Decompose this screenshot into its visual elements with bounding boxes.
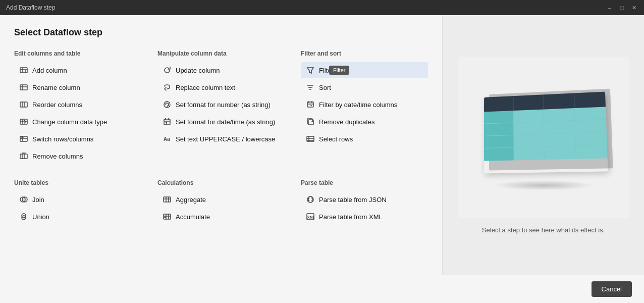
menu-item-sort[interactable]: Sort: [301, 79, 428, 95]
svg-marker-34: [310, 105, 312, 107]
menu-item-filter-datetime[interactable]: Filter by date/time columns: [301, 96, 428, 113]
minimize-button[interactable]: –: [606, 4, 614, 12]
cell: [544, 133, 575, 147]
svg-rect-7: [20, 102, 27, 107]
menu-item-accumulate[interactable]: Accumulate: [157, 209, 285, 225]
switch-icon: [19, 134, 28, 143]
svg-rect-47: [164, 197, 171, 202]
cell: [484, 135, 514, 148]
sections-row1: Edit columns and table Add column Rename…: [14, 50, 428, 165]
menu-item-aggregate[interactable]: Aggregate: [157, 191, 285, 208]
menu-item-filter[interactable]: Filter Filter: [301, 62, 428, 78]
header-cell-4: [574, 91, 605, 108]
menu-item-change-data-type[interactable]: Change column data type: [14, 114, 141, 130]
menu-item-add-column[interactable]: Add column: [14, 62, 141, 78]
svg-rect-0: [20, 68, 27, 73]
sort-label: Sort: [319, 84, 331, 91]
cell: [544, 108, 575, 122]
select-rows-icon: [306, 134, 315, 143]
section-title-parse: Parse table: [301, 179, 428, 186]
svg-marker-26: [307, 68, 313, 73]
join-label: Join: [32, 196, 44, 204]
cell: [513, 109, 544, 123]
title-bar: Add Dataflow step – □ ✕: [0, 0, 644, 15]
cancel-button[interactable]: Cancel: [592, 281, 632, 297]
replace-icon: [163, 83, 172, 92]
filter-datetime-label: Filter by date/time columns: [319, 101, 397, 109]
format-number-icon: [163, 100, 172, 109]
add-column-label: Add column: [32, 67, 67, 74]
change-data-type-label: Change column data type: [32, 118, 107, 126]
section-edit-columns: Edit columns and table Add column Rename…: [14, 50, 141, 165]
join-icon: [19, 195, 28, 204]
section-calculations: Calculations Aggregate Accumulate: [157, 179, 285, 226]
rename-icon: [19, 83, 28, 92]
table-illustration: [478, 87, 609, 188]
close-button[interactable]: ✕: [630, 4, 638, 12]
replace-text-label: Replace column text: [176, 84, 235, 91]
sort-icon: [306, 83, 315, 92]
svg-text:Aa: Aa: [164, 136, 170, 142]
reorder-icon: [19, 100, 28, 109]
cell: [575, 119, 607, 133]
menu-item-update-column[interactable]: Update column: [157, 62, 285, 78]
section-filter-sort: Filter and sort Filter Filter Sort: [301, 50, 428, 165]
menu-item-format-number[interactable]: Set format for number (as string): [157, 96, 285, 113]
table-front: [484, 91, 608, 173]
header-cell-3: [543, 93, 574, 109]
parse-xml-label: Parse table from XML: [319, 213, 383, 221]
page-title: Select Dataflow step: [14, 27, 428, 38]
cell: [484, 123, 514, 136]
menu-item-rename-column[interactable]: Rename column: [14, 79, 141, 95]
preview-area: [458, 57, 629, 218]
menu-item-remove-columns[interactable]: Remove columns: [14, 148, 141, 164]
remove-columns-label: Remove columns: [32, 153, 83, 160]
table-shadow: [493, 180, 594, 190]
menu-item-replace-text[interactable]: Replace column text: [157, 79, 285, 95]
preview-text: Select a step to see here what its effec…: [482, 226, 605, 234]
svg-rect-16: [20, 154, 27, 159]
change-type-icon: [19, 117, 28, 126]
menu-item-union[interactable]: Union: [14, 209, 141, 225]
svg-rect-4: [20, 85, 27, 90]
accumulate-icon: [163, 212, 172, 221]
menu-item-text-case[interactable]: Aa Set text UPPERCASE / lowercase: [157, 131, 285, 147]
update-icon: [163, 66, 172, 75]
maximize-button[interactable]: □: [618, 4, 626, 12]
format-date-label: Set format for date/time (as string): [176, 118, 275, 126]
left-panel: Select Dataflow step Edit columns and ta…: [0, 15, 442, 275]
format-date-icon: [163, 117, 172, 126]
svg-point-44: [22, 197, 27, 202]
svg-rect-21: [164, 119, 170, 125]
menu-item-reorder-columns[interactable]: Reorder columns: [14, 96, 141, 113]
section-title-edit: Edit columns and table: [14, 50, 141, 57]
header-cell-1: [484, 96, 513, 112]
menu-item-switch-rows[interactable]: Switch rows/columns: [14, 131, 141, 147]
text-case-label: Set text UPPERCASE / lowercase: [176, 135, 275, 143]
menu-item-join[interactable]: Join: [14, 191, 141, 208]
union-label: Union: [32, 213, 49, 221]
aggregate-icon: [163, 195, 172, 204]
section-title-manipulate: Manipulate column data: [157, 50, 285, 57]
cell: [484, 147, 513, 161]
cell: [513, 122, 544, 135]
menu-item-remove-duplicates[interactable]: Remove duplicates: [301, 114, 428, 130]
svg-rect-30: [307, 102, 313, 107]
menu-item-parse-json[interactable]: Parse table from JSON: [301, 191, 428, 208]
menu-item-parse-xml[interactable]: XML Parse table from XML: [301, 209, 428, 225]
remove-dup-icon: [306, 117, 315, 126]
dialog: Select Dataflow step Edit columns and ta…: [0, 15, 644, 303]
rename-column-label: Rename column: [32, 84, 80, 91]
section-title-calculations: Calculations: [157, 179, 285, 186]
section-unite: Unite tables Join Union: [14, 179, 141, 226]
header-cell-2: [513, 94, 544, 111]
switch-rows-label: Switch rows/columns: [32, 135, 93, 143]
svg-point-46: [22, 216, 26, 220]
remove-columns-icon: [19, 152, 28, 161]
menu-item-format-date[interactable]: Set format for date/time (as string): [157, 114, 285, 130]
cell: [574, 107, 606, 120]
section-title-unite: Unite tables: [14, 179, 141, 186]
filter-icon: [306, 66, 315, 75]
menu-item-select-rows[interactable]: Select rows: [301, 131, 428, 147]
update-column-label: Update column: [176, 67, 220, 74]
